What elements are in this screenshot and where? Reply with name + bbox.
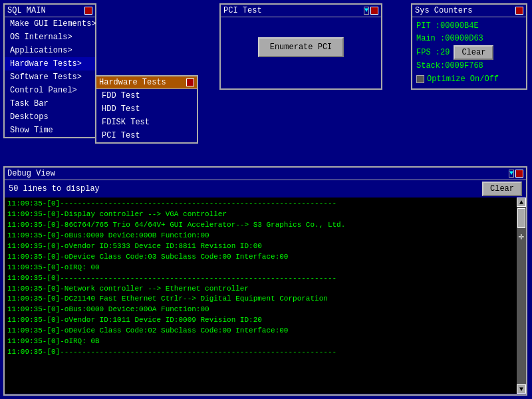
menu-item-applications[interactable]: Applications>	[5, 44, 95, 57]
debug-line: 11:09:35-[0]-oBus:0000 Device:000B Funct…	[7, 231, 514, 241]
sys-counters-window: Sys Counters PIT :00000B4E Main :00000D6…	[411, 3, 527, 90]
sys-counters-close-btn[interactable]	[515, 7, 523, 15]
debug-line: 11:09:35-[0]-oDevice Class Code:02 Subcl…	[7, 326, 514, 336]
enumerate-pci-button[interactable]: Enumerate PCI	[258, 37, 344, 57]
pci-content: Enumerate PCI	[221, 17, 381, 77]
pci-title-buttons: ▼	[364, 7, 378, 15]
optimize-row: Optimize On/Off	[416, 73, 522, 86]
debug-close-btn[interactable]	[515, 170, 523, 178]
debug-line: 11:09:35-[0]-86C764/765 Trio 64/64V+ GUI…	[7, 220, 514, 231]
menu-item-control-panel[interactable]: Control Panel>	[5, 84, 95, 97]
menu-item-hdd-test[interactable]: HDD Test	[96, 102, 197, 116]
main-menu-title: SQL MAIN	[7, 6, 46, 15]
main-menu-window: SQL MAIN Make GUI Elements> OS Internals…	[3, 3, 96, 138]
hw-submenu-titlebar: Hardware Tests	[96, 76, 197, 89]
debug-line: 11:09:35-[0]----------------------------…	[7, 199, 514, 209]
menu-item-make-gui[interactable]: Make GUI Elements>	[5, 17, 95, 31]
menu-item-fdd-test[interactable]: FDD Test	[96, 89, 197, 102]
menu-item-task-bar[interactable]: Task Bar	[5, 97, 95, 110]
menu-item-hw-tests[interactable]: Hardware Tests>	[5, 57, 95, 70]
debug-title: Debug View	[7, 169, 55, 178]
menu-item-pci-test[interactable]: PCI Test	[96, 129, 197, 142]
optimize-label: Optimize On/Off	[427, 73, 499, 86]
sys-counters-content: PIT :00000B4E Main :00000D63 FPS :29 Cle…	[412, 17, 526, 88]
scroll-cross: ✛	[519, 231, 524, 242]
sys-counters-title-buttons	[515, 7, 523, 15]
main-menu-items: Make GUI Elements> OS Internals> Applica…	[5, 17, 95, 137]
debug-line: 11:09:35-[0]-oIRQ: 0B	[7, 336, 514, 347]
sys-counters-titlebar: Sys Counters	[412, 5, 526, 17]
menu-item-sw-tests[interactable]: Software Tests>	[5, 70, 95, 84]
menu-item-show-time[interactable]: Show Time	[5, 124, 95, 137]
menu-item-desktops[interactable]: Desktops	[5, 110, 95, 124]
debug-clear-button[interactable]: Clear	[482, 182, 522, 196]
pci-titlebar: PCI Test ▼	[221, 5, 381, 17]
fps-row: FPS :29 Clear	[416, 45, 522, 60]
pci-test-window: PCI Test ▼ Enumerate PCI	[219, 3, 382, 90]
scroll-up-btn[interactable]: ▲	[517, 198, 526, 207]
debug-lines-label: 50 lines to display	[9, 184, 100, 194]
debug-line: 11:09:35-[0]-Display controller --> VGA …	[7, 209, 514, 220]
debug-scroll-area: 11:09:35-[0]----------------------------…	[5, 198, 526, 394]
debug-view-window: Debug View ▼ 50 lines to display Clear 1…	[3, 166, 527, 396]
main-menu-close-btn[interactable]	[84, 7, 92, 15]
debug-line: 11:09:35-[0]-oDevice Class Code:03 Subcl…	[7, 252, 514, 263]
debug-line: 11:09:35-[0]-oVendor ID:5333 Device ID:8…	[7, 241, 514, 252]
menu-item-os-internals[interactable]: OS Internals>	[5, 31, 95, 44]
debug-line: 11:09:35-[0]-oVendor ID:1011 Device ID:0…	[7, 315, 514, 326]
debug-line: 11:09:35-[0]----------------------------…	[7, 273, 514, 284]
main-menu-title-buttons	[84, 7, 92, 15]
hw-submenu-title-buttons	[186, 78, 194, 86]
debug-content: 11:09:35-[0]----------------------------…	[5, 198, 517, 394]
stack-value: Stack:0009F768	[416, 60, 522, 72]
optimize-checkbox[interactable]	[416, 75, 424, 83]
debug-line: 11:09:35-[0]-Network controller --> Ethe…	[7, 284, 514, 295]
debug-line: 11:09:35-[0]-oBus:0000 Device:000A Funct…	[7, 305, 514, 315]
sys-counters-title: Sys Counters	[415, 6, 472, 15]
hw-submenu-title: Hardware Tests	[99, 78, 166, 87]
scroll-thumb[interactable]	[517, 208, 525, 228]
debug-down-btn[interactable]: ▼	[509, 170, 514, 178]
debug-titlebar: Debug View ▼	[5, 168, 526, 180]
fps-value: FPS :29	[416, 47, 450, 59]
debug-title-buttons: ▼	[509, 170, 523, 178]
hw-submenu-items: FDD Test HDD Test FDISK Test PCI Test	[96, 89, 197, 142]
debug-scrollbar: ▲ ✛ ▼	[517, 198, 526, 394]
pci-title: PCI Test	[223, 6, 262, 15]
pci-down-btn[interactable]: ▼	[364, 7, 369, 15]
debug-line: 11:09:35-[0]----------------------------…	[7, 347, 514, 358]
hw-submenu-close-btn[interactable]	[186, 78, 194, 86]
sys-clear-button[interactable]: Clear	[454, 45, 493, 60]
pit-value: PIT :00000B4E	[416, 20, 522, 33]
menu-item-fdisk-test[interactable]: FDISK Test	[96, 116, 197, 129]
debug-line: 11:09:35-[0]-DC21140 Fast Ethernet Ctrlr…	[7, 294, 514, 305]
main-value: Main :00000D63	[416, 33, 522, 45]
debug-header: 50 lines to display Clear	[5, 180, 526, 198]
main-menu-titlebar: SQL MAIN	[5, 5, 95, 17]
pci-close-btn[interactable]	[370, 7, 378, 15]
scroll-down-btn[interactable]: ▼	[517, 384, 526, 394]
hw-submenu-window: Hardware Tests FDD Test HDD Test FDISK T…	[95, 75, 198, 144]
debug-line: 11:09:35-[0]-oIRQ: 00	[7, 263, 514, 273]
